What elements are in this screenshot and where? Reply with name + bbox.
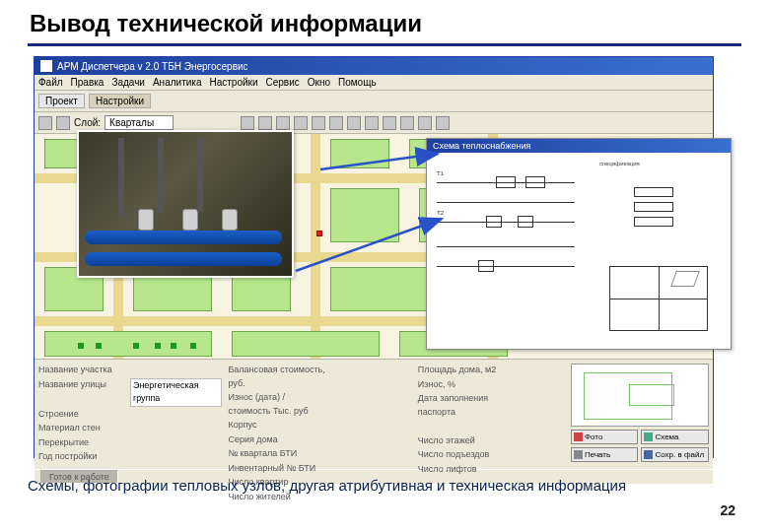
map-marker[interactable] xyxy=(190,343,196,349)
attr-label: Материал стен xyxy=(38,422,140,435)
scheme-button[interactable]: Схема xyxy=(641,430,709,444)
scheme-icon xyxy=(644,432,653,441)
attr-actions: Фото Схема Печать Сохр. в файл xyxy=(571,364,709,465)
tool-icon[interactable] xyxy=(241,116,254,130)
tool-icon[interactable] xyxy=(347,116,361,130)
map-marker[interactable] xyxy=(316,231,322,236)
tool-icon[interactable] xyxy=(276,116,290,130)
diagram-popup[interactable]: Схема теплоснабжения Т1 Т2 спецификация xyxy=(426,138,732,350)
tool-icon[interactable] xyxy=(329,116,343,130)
attr-label: Строение xyxy=(38,408,140,422)
map-marker[interactable] xyxy=(78,343,84,349)
tool-icon[interactable] xyxy=(436,116,450,130)
tool-icon[interactable] xyxy=(365,116,379,130)
save-button[interactable]: Сохр. в файл xyxy=(641,447,709,462)
menu-analytics[interactable]: Аналитика xyxy=(153,77,202,88)
print-icon xyxy=(574,450,583,459)
attr-label: Число подъездов xyxy=(418,448,499,462)
tool-icon[interactable] xyxy=(258,116,272,130)
attr-label: Износ, % xyxy=(418,378,499,392)
print-button[interactable]: Печать xyxy=(571,447,639,462)
menu-tasks[interactable]: Задачи xyxy=(111,77,145,88)
attr-label: Название улицы xyxy=(38,378,130,407)
tool-icon[interactable] xyxy=(312,116,325,130)
map-marker[interactable] xyxy=(96,343,102,349)
diagram-body: Т1 Т2 спецификация xyxy=(427,153,731,347)
layer-label: Слой: xyxy=(74,117,101,128)
slide-title: Вывод технической информации xyxy=(30,10,741,37)
tool-icon[interactable] xyxy=(56,116,70,130)
titlebar: АРМ Диспетчера v 2.0 ТБН Энергосервис xyxy=(35,57,713,75)
attr-label: Число этажей xyxy=(418,434,499,448)
photo-icon xyxy=(574,432,583,441)
tool-icon[interactable] xyxy=(383,116,396,130)
map-marker[interactable] xyxy=(133,343,139,349)
menu-window[interactable]: Окно xyxy=(308,77,330,88)
menubar: Файл Правка Задачи Аналитика Настройки С… xyxy=(35,75,713,91)
attr-label: Корпус xyxy=(228,419,329,432)
menu-settings[interactable]: Настройки xyxy=(209,77,257,88)
attr-col-2: Балансовая стоимость, руб. Износ (дата) … xyxy=(228,364,411,465)
slide-caption: Схемы, фотографии тепловых узлов, другая… xyxy=(28,477,626,494)
page-number: 22 xyxy=(720,502,735,518)
attr-col-3: Площадь дома, м2 Износ, % Дата заполнени… xyxy=(418,364,565,465)
attr-label: Износ (дата) / стоимость Тыс. руб xyxy=(228,391,329,418)
map-marker[interactable] xyxy=(155,343,161,349)
attr-label: Дата заполнения паспорта xyxy=(418,392,499,419)
photo-popup[interactable] xyxy=(77,130,294,278)
photo-button[interactable]: Фото xyxy=(571,430,639,444)
project-button[interactable]: Проект xyxy=(38,94,85,108)
attr-label: Площадь дома, м2 xyxy=(418,364,499,377)
menu-file[interactable]: Файл xyxy=(38,77,63,88)
attr-value[interactable]: Энергетическая группа xyxy=(130,378,223,407)
attr-label: Год постройки xyxy=(38,450,140,464)
app-icon xyxy=(40,60,52,72)
attr-label: Балансовая стоимость, руб. xyxy=(228,364,329,390)
attr-label: № квартала БТИ xyxy=(228,447,329,461)
plan-thumbnail[interactable] xyxy=(571,364,709,427)
attr-label: Перекрытие xyxy=(38,436,140,450)
attr-col-1: Название участка Название улицыЭнергетич… xyxy=(38,364,222,465)
layer-select[interactable]: Кварталы xyxy=(105,115,174,130)
menu-service[interactable]: Сервис xyxy=(266,77,300,88)
map-marker[interactable] xyxy=(171,343,176,349)
tool-icon[interactable] xyxy=(418,116,432,130)
attr-label: Число лифтов xyxy=(418,463,499,477)
tool-icon[interactable] xyxy=(38,116,52,130)
attr-label: Название участка xyxy=(38,364,140,377)
diagram-titlebar: Схема теплоснабжения xyxy=(427,139,731,153)
menu-edit[interactable]: Правка xyxy=(71,77,105,88)
attr-label: Серия дома xyxy=(228,433,329,447)
window-title: АРМ Диспетчера v 2.0 ТБН Энергосервис xyxy=(57,61,248,72)
title-divider xyxy=(28,43,741,46)
save-icon xyxy=(644,450,653,459)
attributes-panel: Название участка Название улицыЭнергетич… xyxy=(35,359,713,469)
tool-icon[interactable] xyxy=(400,116,414,130)
tool-icon[interactable] xyxy=(294,116,308,130)
settings-button[interactable]: Настройки xyxy=(89,94,151,108)
menu-help[interactable]: Помощь xyxy=(338,77,377,88)
toolbar-primary: Проект Настройки xyxy=(35,91,713,112)
attr-label: Инвентарный № БТИ xyxy=(228,462,329,476)
